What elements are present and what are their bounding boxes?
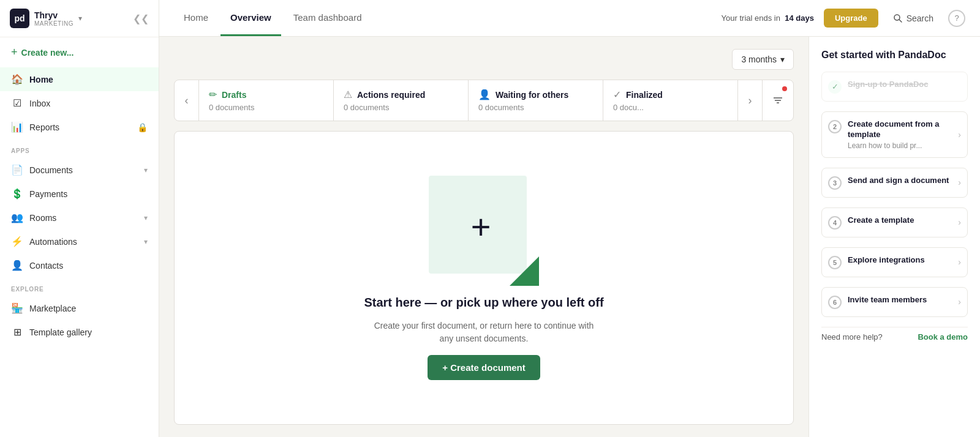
step-6-title: Invite team members bbox=[848, 295, 952, 305]
brand-name: Thryv bbox=[34, 10, 74, 20]
checklist-item-4[interactable]: 4 Create a template › bbox=[821, 207, 968, 237]
finalized-icon: ✓ bbox=[613, 89, 621, 100]
filter-row: 3 months ▾ bbox=[174, 49, 794, 70]
checklist-item-6[interactable]: 6 Invite team members › bbox=[821, 287, 968, 317]
sidebar-item-automations[interactable]: ⚡ Automations ▾ bbox=[0, 230, 159, 253]
checklist-item-1[interactable]: ✓ Sign-up to PandaDoc bbox=[821, 72, 968, 102]
filter-icon bbox=[772, 95, 783, 106]
step-3-chevron-icon: › bbox=[958, 177, 961, 187]
help-row: Need more help? Book a demo bbox=[821, 327, 968, 342]
months-chevron-icon: ▾ bbox=[780, 54, 785, 64]
illustration-plus-icon: + bbox=[471, 210, 491, 244]
reports-icon: 📊 bbox=[11, 121, 23, 133]
search-button[interactable]: Search bbox=[888, 10, 938, 27]
sidebar: pd Thryv MARKETING ▾ ❮❮ + Create new... … bbox=[0, 0, 159, 437]
empty-state-description: Create your first document, or return he… bbox=[368, 319, 600, 345]
sidebar-item-inbox[interactable]: ☑ Inbox bbox=[0, 91, 159, 115]
help-button[interactable]: ? bbox=[948, 10, 965, 27]
step-4-number: 4 bbox=[828, 216, 842, 230]
drafts-count: 0 documents bbox=[209, 103, 323, 112]
contacts-icon: 👤 bbox=[11, 260, 23, 271]
topbar: Home Overview Team dashboard Your trial … bbox=[159, 0, 980, 37]
home-icon: 🏠 bbox=[11, 73, 23, 85]
status-tab-nav-left[interactable]: ‹ bbox=[175, 80, 199, 121]
sidebar-item-home[interactable]: 🏠 Home bbox=[0, 67, 159, 91]
step-4-chevron-icon: › bbox=[958, 217, 961, 227]
status-tab-nav-right[interactable]: › bbox=[738, 80, 763, 121]
help-text: Need more help? bbox=[821, 332, 883, 342]
create-document-button[interactable]: + Create document bbox=[428, 355, 540, 380]
collapse-sidebar-icon[interactable]: ❮❮ bbox=[133, 13, 149, 24]
search-icon bbox=[893, 13, 903, 23]
waiting-for-others-icon: 👤 bbox=[478, 89, 491, 100]
brand-chevron-icon[interactable]: ▾ bbox=[78, 14, 82, 23]
step-1-title: Sign-up to PandaDoc bbox=[848, 80, 961, 90]
actions-required-title: Actions required bbox=[357, 90, 425, 100]
brand-logo: pd bbox=[10, 9, 29, 28]
lock-icon: 🔒 bbox=[137, 122, 148, 132]
tab-overview[interactable]: Overview bbox=[221, 0, 281, 36]
create-new-button[interactable]: + Create new... bbox=[0, 37, 159, 67]
sidebar-item-documents[interactable]: 📄 Documents ▾ bbox=[0, 158, 159, 182]
tab-team-dashboard[interactable]: Team dashboard bbox=[284, 0, 372, 36]
step-3-title: Send and sign a document bbox=[848, 176, 952, 186]
tab-home[interactable]: Home bbox=[174, 0, 218, 36]
waiting-for-others-count: 0 documents bbox=[478, 103, 593, 112]
rooms-chevron-icon: ▾ bbox=[144, 214, 148, 222]
sidebar-item-template-gallery[interactable]: ⊞ Template gallery bbox=[0, 320, 159, 344]
step-4-title: Create a template bbox=[848, 215, 952, 226]
documents-chevron-icon: ▾ bbox=[144, 166, 148, 174]
book-demo-link[interactable]: Book a demo bbox=[918, 332, 968, 342]
drafts-icon: ✏ bbox=[209, 89, 217, 100]
step-2-desc: Learn how to build pr... bbox=[848, 141, 952, 150]
explore-section-label: EXPLORE bbox=[0, 277, 159, 296]
months-dropdown[interactable]: 3 months ▾ bbox=[732, 49, 794, 70]
status-tab-actions-required[interactable]: ⚠ Actions required 0 documents bbox=[334, 80, 469, 121]
drafts-title: Drafts bbox=[222, 90, 246, 100]
finalized-count: 0 docu... bbox=[613, 103, 728, 112]
status-tab-finalized[interactable]: ✓ Finalized 0 docu... bbox=[603, 80, 738, 121]
main: Home Overview Team dashboard Your trial … bbox=[159, 0, 980, 437]
marketplace-icon: 🏪 bbox=[11, 302, 23, 314]
payments-icon: 💲 bbox=[11, 188, 23, 200]
template-gallery-icon: ⊞ bbox=[11, 326, 23, 338]
automations-icon: ⚡ bbox=[11, 236, 23, 247]
brand-info: Thryv MARKETING bbox=[34, 10, 74, 27]
checklist-item-5[interactable]: 5 Explore integrations › bbox=[821, 247, 968, 277]
sidebar-item-payments[interactable]: 💲 Payments bbox=[0, 182, 159, 206]
rooms-icon: 👥 bbox=[11, 212, 23, 223]
svg-line-1 bbox=[899, 20, 902, 22]
status-tab-filter[interactable] bbox=[763, 80, 793, 121]
sidebar-item-contacts[interactable]: 👤 Contacts bbox=[0, 253, 159, 277]
automations-chevron-icon: ▾ bbox=[144, 237, 148, 246]
topbar-tabs: Home Overview Team dashboard bbox=[174, 0, 371, 36]
checklist-item-3[interactable]: 3 Send and sign a document › bbox=[821, 168, 968, 198]
step-5-number: 5 bbox=[828, 256, 842, 269]
filter-dot bbox=[782, 86, 787, 91]
step-2-chevron-icon: › bbox=[958, 130, 961, 140]
step-2-title: Create document from a template bbox=[848, 119, 952, 140]
documents-icon: 📄 bbox=[11, 164, 23, 176]
status-tab-waiting-for-others[interactable]: 👤 Waiting for others 0 documents bbox=[469, 80, 603, 121]
trial-text: Your trial ends in 14 days bbox=[722, 13, 814, 23]
actions-required-count: 0 documents bbox=[344, 103, 458, 112]
finalized-title: Finalized bbox=[626, 90, 663, 100]
empty-state: + Start here — or pick up where you left… bbox=[174, 131, 794, 425]
step-5-chevron-icon: › bbox=[958, 257, 961, 267]
sidebar-item-rooms[interactable]: 👥 Rooms ▾ bbox=[0, 206, 159, 230]
step-1-check-icon: ✓ bbox=[828, 80, 842, 94]
status-tab-drafts[interactable]: ✏ Drafts 0 documents bbox=[199, 80, 334, 121]
doc-corner bbox=[510, 256, 539, 286]
step-5-title: Explore integrations bbox=[848, 255, 952, 266]
checklist-item-2[interactable]: 2 Create document from a template Learn … bbox=[821, 111, 968, 158]
empty-state-title: Start here — or pick up where you left o… bbox=[364, 296, 603, 310]
step-6-chevron-icon: › bbox=[958, 297, 961, 307]
right-panel: Get started with PandaDoc ✓ Sign-up to P… bbox=[809, 37, 980, 437]
brand-sub: MARKETING bbox=[34, 20, 74, 27]
upgrade-button[interactable]: Upgrade bbox=[824, 9, 878, 28]
step-6-number: 6 bbox=[828, 296, 842, 309]
sidebar-item-reports[interactable]: 📊 Reports 🔒 bbox=[0, 115, 159, 139]
brand[interactable]: pd Thryv MARKETING ▾ bbox=[10, 9, 82, 28]
status-tabs: ‹ ✏ Drafts 0 documents ⚠ Actions require… bbox=[174, 80, 794, 121]
sidebar-item-marketplace[interactable]: 🏪 Marketplace bbox=[0, 296, 159, 320]
